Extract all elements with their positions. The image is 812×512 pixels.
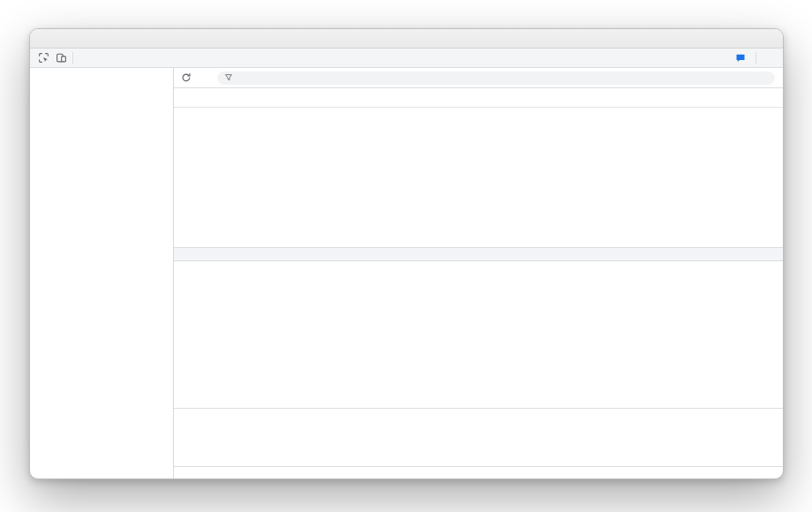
preview-pane xyxy=(174,408,783,466)
devtools-window xyxy=(29,28,784,479)
origin-header xyxy=(174,88,783,108)
zoom-window-button[interactable] xyxy=(70,34,78,42)
devtools-tabbar xyxy=(30,49,783,68)
issues-bubble-icon xyxy=(735,53,746,64)
filter-pill xyxy=(217,72,775,85)
bucket-metadata xyxy=(174,108,783,247)
delete-selected-icon[interactable] xyxy=(198,70,214,86)
grid-header xyxy=(174,248,783,261)
title-bar xyxy=(30,29,783,49)
minimize-window-button[interactable] xyxy=(56,34,64,42)
window-controls xyxy=(41,29,78,48)
cache-entries-grid xyxy=(174,247,783,408)
refresh-icon[interactable] xyxy=(178,70,194,86)
close-window-button[interactable] xyxy=(41,34,49,42)
toolbar-divider xyxy=(72,52,73,64)
inspect-element-icon[interactable] xyxy=(34,49,52,67)
toolbar-divider xyxy=(756,52,756,64)
toggle-device-toolbar-icon[interactable] xyxy=(52,49,70,67)
cache-toolbar xyxy=(174,68,783,88)
filter-by-path-input[interactable] xyxy=(237,73,768,83)
application-sidebar xyxy=(30,68,174,478)
grid-body xyxy=(174,261,783,408)
funnel-icon xyxy=(224,73,233,82)
issues-button[interactable] xyxy=(731,53,753,64)
status-bar xyxy=(174,466,783,478)
cache-storage-panel xyxy=(174,68,783,478)
